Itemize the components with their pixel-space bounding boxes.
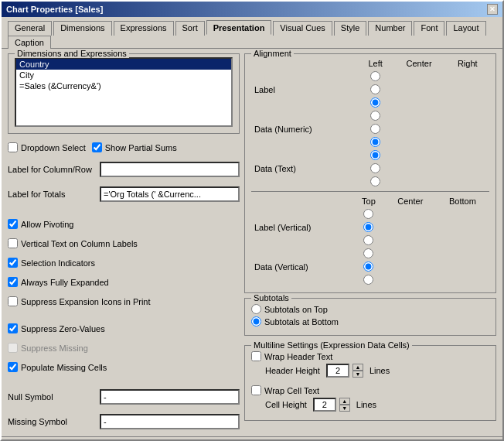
align-label-v-top-radio[interactable] [363,209,373,219]
tab-presentation[interactable]: Presentation [206,20,272,35]
align-data-v-top-radio[interactable] [363,248,373,258]
missing-symbol-label: Missing Symbol [8,417,97,426]
align-label-row: Label [251,70,489,109]
align-label-right-radio[interactable] [370,97,380,108]
multiline-title: Multiline Settings (Expression Data Cell… [251,340,412,350]
align-text-left-cell [358,149,392,162]
cell-height-down[interactable]: ▼ [339,405,350,412]
tab-general[interactable]: General [8,21,52,36]
close-button[interactable]: ✕ [487,4,498,15]
wrap-cell-label: Wrap Cell Text [264,386,319,395]
align-data-v-top-cell [352,247,385,260]
align-label-v-bottom-radio[interactable] [363,235,373,245]
allow-pivoting-row: Allow Pivoting [8,219,240,229]
align-label-center-radio[interactable] [370,84,380,94]
tab-expressions[interactable]: Expressions [114,21,174,36]
dimensions-listbox[interactable]: Country City =Sales (&Currency&') [15,57,233,127]
show-partial-sums-label: Show Partial Sums [105,143,177,152]
suppress-zero-row: Suppress Zero-Values [8,323,240,333]
align-numeric-left-radio[interactable] [370,111,380,121]
align-col-empty [251,57,358,70]
show-partial-sums-checkbox[interactable] [92,142,102,152]
vertical-text-checkbox[interactable] [8,238,18,248]
subtotals-top-row: Subtotals on Top [251,304,489,314]
align-v-col-center: Center [385,195,436,207]
tab-layout[interactable]: Layout [446,21,485,36]
allow-pivoting-checkbox[interactable] [8,219,18,229]
subtotals-bottom-radio[interactable] [251,316,261,326]
suppress-missing-checkbox[interactable] [8,343,18,353]
align-label-v-label: Label (Vertical) [251,207,352,247]
cell-height-input[interactable] [313,398,336,412]
align-data-v-bottom-radio[interactable] [363,275,373,285]
dropdown-select-label: Dropdown Select [21,143,86,152]
suppress-missing-label: Suppress Missing [21,344,88,353]
tab-number[interactable]: Number [368,21,412,36]
align-text-center-cell [358,162,392,175]
label-totals-input[interactable] [100,186,240,202]
suppress-expansion-label: Suppress Expansion Icons in Print [21,297,151,306]
suppress-expansion-checkbox[interactable] [8,296,18,306]
align-v-col-empty [251,195,352,207]
subtotals-top-label: Subtotals on Top [264,305,328,314]
wrap-cell-row: Wrap Cell Text [251,385,489,395]
missing-symbol-row: Missing Symbol [8,414,240,429]
null-symbol-input[interactable] [100,389,240,405]
align-text-left-radio[interactable] [370,150,380,160]
listbox-item-country[interactable]: Country [16,59,231,70]
align-col-left: Left [358,57,392,70]
suppress-zero-checkbox[interactable] [8,323,18,333]
tab-caption[interactable]: Caption [8,36,51,49]
show-partial-sums-row: Show Partial Sums [92,142,177,152]
align-col-center: Center [393,57,446,70]
align-label-left-radio[interactable] [370,71,380,81]
header-height-row: Header Height ▲ ▼ Lines [265,364,489,378]
subtotals-bottom-row: Subtotals at Bottom [251,316,489,326]
align-numeric-row: Data (Numeric) [251,109,489,149]
header-height-up[interactable]: ▲ [352,364,363,371]
subtotals-bottom-label: Subtotals at Bottom [264,317,339,326]
listbox-item-sales[interactable]: =Sales (&Currency&') [16,80,231,91]
align-label-center-cell [358,83,392,96]
selection-indicators-checkbox[interactable] [8,258,18,268]
suppress-missing-row: Suppress Missing [8,343,240,353]
align-text-center-radio[interactable] [370,163,380,173]
multiline-group: Multiline Settings (Expression Data Cell… [244,345,496,421]
wrap-header-checkbox[interactable] [251,351,261,361]
tab-visual-cues[interactable]: Visual Cues [273,21,332,36]
align-numeric-left-cell [358,109,392,122]
tab-style[interactable]: Style [334,21,366,36]
align-label-v-center-radio[interactable] [363,222,373,232]
tab-font[interactable]: Font [414,21,444,36]
label-column-input[interactable] [100,162,240,177]
listbox-item-city[interactable]: City [16,70,231,80]
align-numeric-right-radio[interactable] [370,137,380,147]
cell-height-up[interactable]: ▲ [339,398,350,405]
header-height-down[interactable]: ▼ [352,371,363,378]
align-label-v-bottom-cell [352,234,385,247]
align-label-left-cell [358,70,392,83]
align-v-col-top: Top [352,195,385,207]
null-symbol-label: Null Symbol [8,392,97,402]
tab-dimensions[interactable]: Dimensions [53,21,111,36]
tab-sort[interactable]: Sort [175,21,205,36]
align-data-v-row: Data (Vertical) [251,247,489,286]
wrap-cell-checkbox[interactable] [251,385,261,395]
align-numeric-center-radio[interactable] [370,124,380,134]
label-totals-label: Label for Totals [8,190,97,199]
header-height-input[interactable] [326,364,349,378]
dropdown-select-checkbox[interactable] [8,142,18,152]
missing-symbol-input[interactable] [100,414,240,429]
align-label-label: Label [251,70,358,109]
subtotals-top-radio[interactable] [251,304,261,314]
align-col-right: Right [445,57,489,70]
alignment-table-h: Left Center Right Label D [251,57,489,188]
always-fully-expanded-checkbox[interactable] [8,277,18,287]
always-fully-expanded-label: Always Fully Expanded [21,278,109,287]
bottom-bar: OK Cancel Apply Help [2,436,502,441]
populate-missing-checkbox[interactable] [8,362,18,372]
null-symbol-row: Null Symbol [8,389,240,405]
align-text-label: Data (Text) [251,149,358,188]
align-text-right-radio[interactable] [370,176,380,186]
align-data-v-center-radio[interactable] [363,262,373,272]
